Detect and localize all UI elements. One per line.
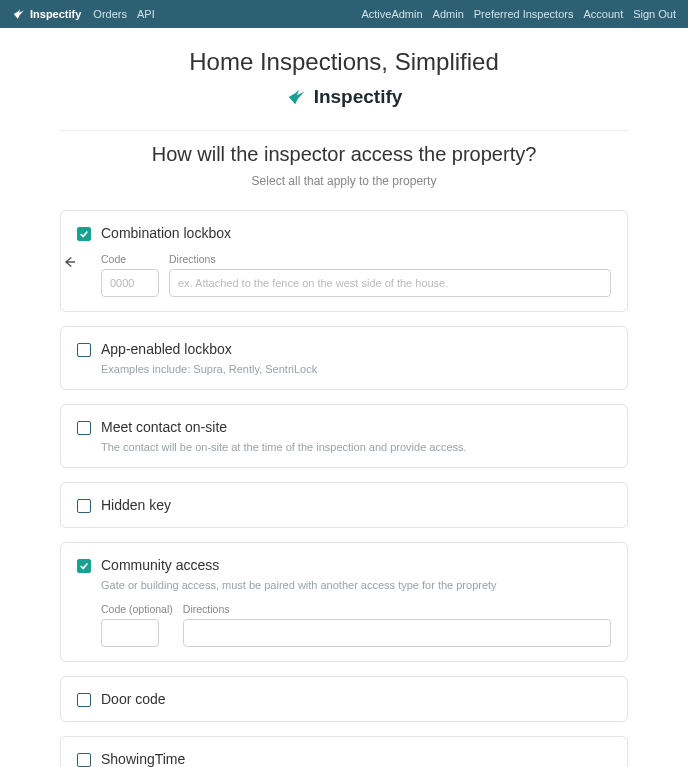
checkbox-showingtime[interactable] xyxy=(77,753,91,767)
option-community-access[interactable]: Community access Gate or building access… xyxy=(60,542,628,662)
brand[interactable]: Inspectify xyxy=(12,7,81,21)
option-app-lockbox[interactable]: App-enabled lockbox Examples include: Su… xyxy=(60,326,628,390)
hummingbird-logo-icon xyxy=(286,86,308,108)
question-subtitle: Select all that apply to the property xyxy=(60,174,628,188)
divider xyxy=(60,130,628,131)
arrow-left-icon xyxy=(60,253,78,271)
check-icon xyxy=(79,229,89,239)
question-title: How will the inspector access the proper… xyxy=(60,143,628,166)
hummingbird-icon xyxy=(12,7,26,21)
option-desc: Examples include: Supra, Rently, SentriL… xyxy=(101,363,611,375)
directions-label: Directions xyxy=(183,603,611,615)
check-icon xyxy=(79,561,89,571)
option-title: Combination lockbox xyxy=(101,225,231,241)
code-label: Code xyxy=(101,253,159,265)
brand-text: Inspectify xyxy=(30,8,81,20)
option-title: Meet contact on-site xyxy=(101,419,227,435)
top-navbar: Inspectify Orders API ActiveAdmin Admin … xyxy=(0,0,688,28)
nav-api[interactable]: API xyxy=(137,8,155,20)
community-directions-input[interactable] xyxy=(183,619,611,647)
checkbox-community[interactable] xyxy=(77,559,91,573)
combo-directions-input[interactable] xyxy=(169,269,611,297)
nav-activeadmin[interactable]: ActiveAdmin xyxy=(361,8,422,20)
option-desc: Gate or building access, must be paired … xyxy=(101,579,611,591)
checkbox-hidden-key[interactable] xyxy=(77,499,91,513)
option-meet-contact[interactable]: Meet contact on-site The contact will be… xyxy=(60,404,628,468)
logo-text: Inspectify xyxy=(314,86,403,108)
combo-code-input[interactable] xyxy=(101,269,159,297)
option-title: Hidden key xyxy=(101,497,171,513)
option-title: Community access xyxy=(101,557,219,573)
checkbox-door-code[interactable] xyxy=(77,693,91,707)
back-arrow[interactable] xyxy=(60,253,78,275)
checkbox-app-lockbox[interactable] xyxy=(77,343,91,357)
nav-preferred-inspectors[interactable]: Preferred Inspectors xyxy=(474,8,574,20)
nav-account[interactable]: Account xyxy=(583,8,623,20)
nav-signout[interactable]: Sign Out xyxy=(633,8,676,20)
community-code-input[interactable] xyxy=(101,619,159,647)
nav-admin[interactable]: Admin xyxy=(433,8,464,20)
page-headline: Home Inspections, Simplified xyxy=(0,28,688,76)
code-label: Code (optional) xyxy=(101,603,173,615)
option-hidden-key[interactable]: Hidden key xyxy=(60,482,628,528)
checkbox-meet-contact[interactable] xyxy=(77,421,91,435)
directions-label: Directions xyxy=(169,253,611,265)
nav-orders[interactable]: Orders xyxy=(93,8,127,20)
option-combination-lockbox[interactable]: Combination lockbox Code Directions xyxy=(60,210,628,312)
option-showingtime[interactable]: ShowingTime Inspectify will book the Ins… xyxy=(60,736,628,767)
logo-row: Inspectify xyxy=(0,86,688,112)
option-desc: The contact will be on-site at the time … xyxy=(101,441,611,453)
option-title: Door code xyxy=(101,691,166,707)
option-title: ShowingTime xyxy=(101,751,185,767)
option-door-code[interactable]: Door code xyxy=(60,676,628,722)
checkbox-combination[interactable] xyxy=(77,227,91,241)
option-title: App-enabled lockbox xyxy=(101,341,232,357)
